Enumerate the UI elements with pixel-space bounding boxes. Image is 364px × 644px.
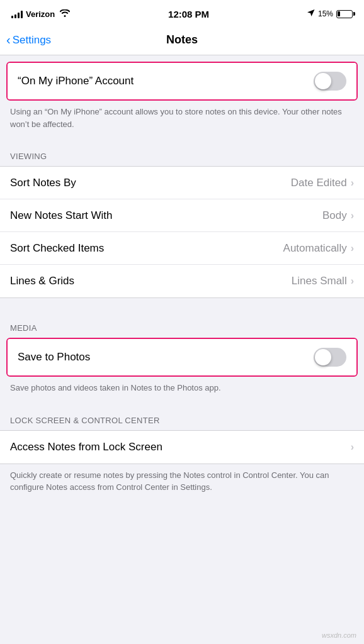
lock-screen-section-header: LOCK SCREEN & CONTROL CENTER bbox=[0, 403, 364, 430]
sort-checked-row[interactable]: Sort Checked Items Automatically › bbox=[0, 232, 364, 265]
location-icon bbox=[307, 9, 315, 19]
media-section-header: MEDIA bbox=[0, 311, 364, 338]
lock-screen-group: Access Notes from Lock Screen › bbox=[0, 430, 364, 464]
on-my-iphone-description: Using an “On My iPhone” account allows y… bbox=[0, 101, 364, 139]
sort-notes-chevron-icon: › bbox=[351, 177, 354, 189]
new-notes-label: New Notes Start With bbox=[10, 209, 322, 222]
sort-notes-row[interactable]: Sort Notes By Date Edited › bbox=[0, 167, 364, 199]
lock-screen-description: Quickly create or resume notes by pressi… bbox=[0, 464, 364, 502]
lines-grids-chevron-icon: › bbox=[351, 275, 354, 287]
save-to-photos-section: Save to Photos bbox=[6, 338, 358, 377]
on-my-iphone-row[interactable]: “On My iPhone” Account bbox=[8, 63, 356, 99]
save-to-photos-description: Save photos and videos taken in Notes to… bbox=[0, 377, 364, 403]
content: “On My iPhone” Account Using an “On My i… bbox=[0, 62, 364, 521]
sort-checked-chevron-icon: › bbox=[351, 243, 354, 254]
save-to-photos-row[interactable]: Save to Photos bbox=[8, 339, 356, 375]
lines-grids-value: Lines Small bbox=[292, 275, 347, 287]
lines-grids-label: Lines & Grids bbox=[10, 275, 292, 287]
time-label: 12:08 PM bbox=[168, 9, 209, 19]
save-to-photos-label: Save to Photos bbox=[18, 351, 314, 364]
new-notes-row[interactable]: New Notes Start With Body › bbox=[0, 199, 364, 232]
sort-notes-label: Sort Notes By bbox=[10, 177, 291, 189]
battery-percent: 15% bbox=[318, 9, 333, 18]
back-chevron-icon: ‹ bbox=[6, 33, 11, 46]
viewing-group: Sort Notes By Date Edited › New Notes St… bbox=[0, 166, 364, 298]
on-my-iphone-section: “On My iPhone” Account bbox=[6, 62, 358, 101]
viewing-section-header: VIEWING bbox=[0, 139, 364, 166]
access-notes-chevron-icon: › bbox=[351, 441, 354, 453]
back-button[interactable]: ‹ Settings bbox=[6, 34, 51, 47]
carrier-label: Verizon bbox=[26, 9, 55, 19]
new-notes-chevron-icon: › bbox=[351, 210, 354, 221]
page-title: Notes bbox=[166, 33, 198, 47]
signal-bars-icon bbox=[11, 9, 23, 18]
sort-checked-label: Sort Checked Items bbox=[10, 242, 283, 255]
save-to-photos-toggle[interactable] bbox=[314, 348, 346, 367]
battery-icon bbox=[336, 10, 353, 18]
watermark: wsxdn.com bbox=[322, 631, 356, 639]
sort-checked-value: Automatically bbox=[283, 242, 347, 255]
status-bar: Verizon 12:08 PM 15% bbox=[0, 0, 364, 25]
lines-grids-row[interactable]: Lines & Grids Lines Small › bbox=[0, 265, 364, 297]
status-left: Verizon bbox=[11, 9, 70, 19]
nav-bar: ‹ Settings Notes bbox=[0, 25, 364, 55]
access-notes-label: Access Notes from Lock Screen bbox=[10, 441, 351, 453]
on-my-iphone-toggle[interactable] bbox=[314, 72, 346, 91]
on-my-iphone-label: “On My iPhone” Account bbox=[18, 75, 314, 87]
spacer bbox=[0, 298, 364, 311]
wifi-icon bbox=[60, 9, 70, 19]
sort-notes-value: Date Edited bbox=[291, 177, 347, 189]
access-notes-row[interactable]: Access Notes from Lock Screen › bbox=[0, 431, 364, 464]
back-label: Settings bbox=[13, 34, 51, 47]
new-notes-value: Body bbox=[322, 209, 347, 222]
status-right: 15% bbox=[307, 9, 353, 19]
